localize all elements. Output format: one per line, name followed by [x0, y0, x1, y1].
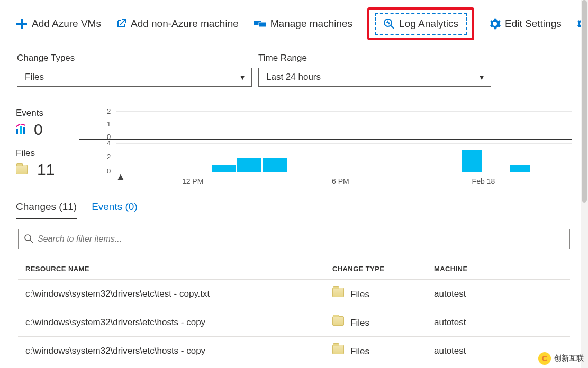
folder-icon	[332, 288, 344, 297]
summary-files: Files 11	[16, 148, 79, 179]
bar-chart-icon	[16, 124, 28, 136]
table-row[interactable]: c:\windows\system32\drivers\etc\hosts - …	[18, 337, 570, 365]
filters: Change Types Files ▼ Time Range Last 24 …	[0, 42, 588, 92]
watermark-badge-icon: C	[538, 352, 551, 365]
header-machine[interactable]: MACHINE	[434, 265, 570, 273]
tabs: Changes (11) Events (0)	[0, 190, 588, 219]
cell-resource-name: c:\windows\system32\drivers\etc\hosts - …	[18, 346, 332, 356]
watermark-text: 创新互联	[554, 354, 584, 363]
add-azure-vms-label: Add Azure VMs	[32, 18, 101, 30]
summary-events-value: 0	[34, 121, 43, 139]
cell-machine: autotest	[434, 317, 570, 328]
manage-machines-label: Manage machines	[270, 18, 352, 30]
watermark: C 创新互联	[538, 352, 584, 365]
chevron-down-icon: ▼	[239, 73, 246, 81]
ytick: 0	[107, 167, 111, 174]
search-analytics-icon	[383, 18, 395, 30]
cell-resource-name: c:\windows\system32\drivers\etc\hosts - …	[18, 317, 332, 328]
xtick: Feb 18	[472, 177, 495, 186]
time-range-dropdown[interactable]: Last 24 hours ▼	[258, 68, 491, 87]
machines-icon	[254, 19, 266, 29]
xtick: 6 PM	[332, 177, 349, 186]
svg-point-4	[384, 19, 392, 26]
xtick: 12 PM	[182, 177, 203, 186]
search-icon	[24, 234, 33, 245]
chart-bar	[212, 165, 236, 172]
xaxis: ▲ 12 PM 6 PM Feb 18	[79, 174, 572, 190]
chart-bar	[462, 150, 482, 172]
scrollbar-thumb[interactable]	[582, 0, 587, 203]
search-bar[interactable]	[18, 229, 570, 249]
chart-bar	[263, 158, 287, 172]
ytick: 2	[107, 107, 111, 115]
chart-bar	[510, 165, 530, 172]
log-analytics-label: Log Analytics	[399, 18, 458, 30]
chevron-down-icon: ▼	[478, 73, 485, 81]
svg-rect-1	[16, 23, 27, 25]
header-resource-name[interactable]: RESOURCE NAME	[18, 265, 332, 273]
time-marker-icon: ▲	[115, 171, 126, 183]
change-types-label: Change Types	[17, 53, 252, 63]
cell-resource-name: c:\windows\system32\drivers\etc\test - c…	[18, 289, 332, 299]
files-chart: 4 2 0	[79, 140, 572, 173]
add-non-azure-label: Add non-Azure machine	[131, 18, 239, 30]
ytick: 1	[107, 119, 111, 127]
folder-icon	[332, 316, 344, 326]
log-analytics-highlight: Log Analytics	[367, 7, 474, 40]
svg-point-8	[25, 235, 31, 241]
external-link-icon	[116, 19, 126, 29]
table-row[interactable]: c:\windows\system32\drivers\etc\hosts - …	[18, 308, 570, 337]
chart-column: 2 1 0 4 2 0 ▲ 12 PM 6 PM Feb 18	[79, 108, 572, 190]
tab-changes[interactable]: Changes (11)	[16, 198, 77, 219]
toolbar: Add Azure VMs Add non-Azure machine Mana…	[0, 0, 588, 42]
manage-machines-button[interactable]: Manage machines	[254, 18, 352, 30]
tab-events-label: Events (0)	[92, 201, 138, 212]
change-types-filter: Change Types Files ▼	[17, 53, 252, 87]
svg-rect-3	[259, 22, 266, 27]
add-azure-vms-button[interactable]: Add Azure VMs	[16, 18, 101, 30]
cell-change-type: Files	[332, 316, 434, 328]
svg-rect-7	[23, 127, 25, 134]
ytick: 2	[107, 153, 111, 161]
cell-machine: autotest	[434, 289, 570, 299]
cell-change-type: Files	[332, 345, 434, 357]
tab-changes-label: Changes (11)	[16, 201, 77, 212]
change-types-dropdown[interactable]: Files ▼	[17, 68, 252, 87]
change-types-value: Files	[25, 72, 44, 82]
cell-change-type: Files	[332, 288, 434, 300]
time-range-label: Time Range	[258, 53, 491, 63]
svg-rect-5	[16, 129, 18, 134]
vertical-scrollbar[interactable]	[581, 0, 588, 368]
folder-icon	[332, 345, 344, 354]
summary-column: Events 0 Files 11	[16, 108, 79, 190]
results-table: RESOURCE NAME CHANGE TYPE MACHINE c:\win…	[0, 259, 588, 365]
tab-events[interactable]: Events (0)	[92, 198, 138, 219]
gear-icon	[489, 18, 501, 30]
edit-settings-button[interactable]: Edit Settings	[489, 18, 562, 30]
search-input[interactable]	[38, 234, 564, 244]
table-row[interactable]: c:\windows\system32\drivers\etc\test - c…	[18, 280, 570, 308]
edit-settings-label: Edit Settings	[505, 18, 562, 30]
summary-files-label: Files	[16, 148, 79, 159]
table-header: RESOURCE NAME CHANGE TYPE MACHINE	[18, 259, 570, 280]
chart-bar	[237, 158, 261, 172]
summary-events-label: Events	[16, 108, 79, 118]
time-range-filter: Time Range Last 24 hours ▼	[258, 53, 491, 87]
plus-icon	[16, 18, 28, 30]
header-change-type[interactable]: CHANGE TYPE	[332, 265, 434, 273]
time-range-value: Last 24 hours	[266, 72, 321, 82]
ytick: 4	[107, 139, 111, 146]
log-analytics-button[interactable]: Log Analytics	[375, 13, 467, 35]
add-non-azure-button[interactable]: Add non-Azure machine	[116, 18, 239, 30]
events-chart: 2 1 0	[79, 108, 572, 140]
folder-icon	[16, 165, 28, 174]
summary-files-value: 11	[37, 161, 55, 179]
summary-events: Events 0	[16, 108, 79, 139]
svg-rect-6	[20, 126, 22, 134]
summary-row: Events 0 Files 11 2 1 0 4	[0, 92, 588, 190]
